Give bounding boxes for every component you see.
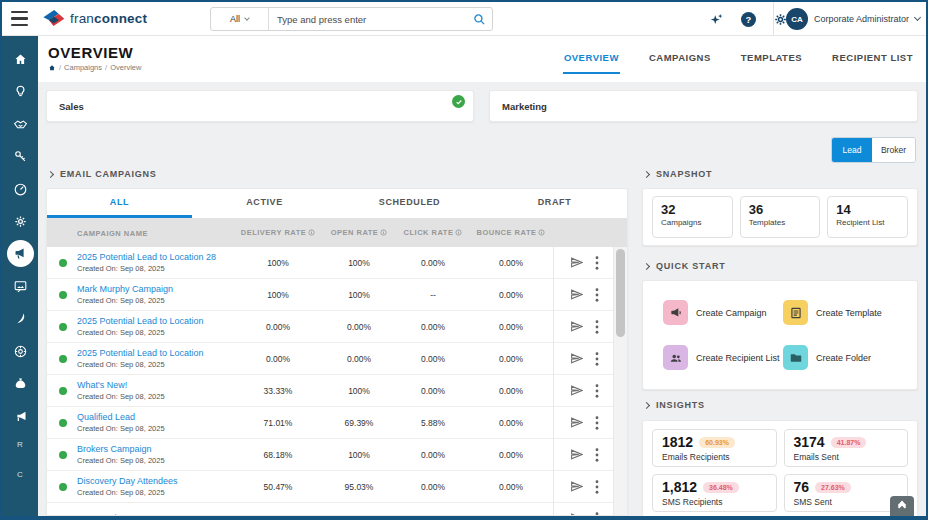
kebab-menu-icon [595, 288, 599, 302]
send-campaign-button[interactable] [570, 384, 583, 397]
send-campaign-button[interactable] [570, 416, 583, 429]
sidebar-item-access[interactable] [5, 142, 35, 172]
bounce-rate-value: 0.00% [469, 418, 553, 428]
row-menu-button[interactable] [595, 288, 599, 302]
stat-value: 36 [749, 202, 812, 217]
status-active-dot [59, 515, 67, 516]
sidebar-item-r[interactable]: R [17, 440, 23, 449]
tab-active[interactable]: ACTIVE [192, 189, 337, 218]
search-button[interactable] [466, 8, 492, 30]
campaign-name-link[interactable]: 2025 Potential Lead to Location [77, 348, 235, 358]
campaign-name-link[interactable]: What's New! [77, 380, 235, 390]
user-menu[interactable]: CA Corporate Administrator [773, 2, 920, 36]
scrollbar-thumb[interactable] [616, 249, 625, 337]
breadcrumb-campaigns[interactable]: Campaigns [64, 63, 102, 72]
campaign-name-link[interactable]: 2025 Potential Lead to Location [77, 316, 235, 326]
stat-badge: 27.63% [815, 482, 851, 493]
status-active-dot [59, 291, 67, 299]
sidebar-item-messages[interactable] [5, 271, 35, 301]
sidebar-item-relationships[interactable] [5, 109, 35, 139]
logo-mark-icon [40, 6, 67, 30]
row-menu-button[interactable] [595, 384, 599, 398]
create-recipient-list-action[interactable]: Create Recipient List [663, 345, 783, 370]
create-campaign-action[interactable]: Create Campaign [663, 300, 783, 325]
sidebar-item-home[interactable] [5, 44, 35, 74]
row-menu-button[interactable] [595, 320, 599, 334]
row-menu-button[interactable] [595, 512, 599, 516]
search-input[interactable] [269, 8, 466, 30]
tab-templates[interactable]: TEMPLATES [740, 36, 803, 74]
ai-sparkle-icon[interactable] [709, 12, 724, 27]
tab-all[interactable]: ALL [47, 189, 192, 218]
stat-value: 32 [661, 202, 724, 217]
info-icon[interactable] [538, 229, 545, 238]
hamburger-menu-icon[interactable] [11, 11, 28, 26]
campaign-created-date: Created On: Sep 08, 2025 [77, 360, 235, 369]
franconnect-logo[interactable]: franconnect [40, 6, 147, 30]
campaign-name-link[interactable]: Qualified Lead [77, 412, 235, 422]
row-menu-button[interactable] [595, 448, 599, 462]
megaphone-icon [13, 246, 28, 261]
send-campaign-button[interactable] [570, 512, 583, 515]
campaign-group-field-sales[interactable]: Sales [46, 90, 474, 122]
tab-draft[interactable]: DRAFT [482, 189, 627, 218]
send-campaign-button[interactable] [570, 448, 583, 461]
click-rate-value: 5.88% [397, 418, 469, 428]
comma-swoosh-icon [13, 311, 28, 326]
send-campaign-button[interactable] [570, 288, 583, 301]
row-menu-button[interactable] [595, 480, 599, 494]
sidebar-item-announcements[interactable] [5, 401, 35, 431]
sidebar-item-performance[interactable] [5, 174, 35, 204]
create-template-action[interactable]: Create Template [783, 300, 903, 325]
row-menu-button[interactable] [595, 416, 599, 430]
send-campaign-button[interactable] [570, 352, 583, 365]
chat-media-icon [13, 279, 28, 294]
create-folder-action[interactable]: Create Folder [783, 345, 903, 370]
search-scope-select[interactable]: All [211, 8, 269, 30]
campaign-name-link[interactable]: Status Driven [77, 513, 235, 516]
chevron-right-icon [643, 401, 650, 408]
sidebar-item-finance[interactable] [5, 369, 35, 399]
send-campaign-button[interactable] [570, 480, 583, 493]
snapshot-section-toggle[interactable]: SNAPSHOT [644, 169, 712, 179]
sidebar-item-admin[interactable] [5, 207, 35, 237]
campaign-name-link[interactable]: Mark Murphy Campaign [77, 284, 235, 294]
home-icon[interactable] [48, 64, 56, 72]
tab-campaigns[interactable]: CAMPAIGNS [648, 36, 712, 74]
campaign-group-field-marketing[interactable]: Marketing [489, 90, 918, 122]
tab-overview[interactable]: OVERVIEW [563, 36, 620, 74]
delivery-rate-value: 100% [235, 258, 321, 268]
campaign-name-link[interactable]: Brokers Campaign [77, 444, 235, 454]
tab-scheduled[interactable]: SCHEDULED [337, 189, 482, 218]
table-row: 2025 Potential Lead to Location Created … [47, 311, 613, 343]
campaign-name-link[interactable]: Discovery Day Attendees [77, 476, 235, 486]
quick-start-section-toggle[interactable]: QUICK START [644, 261, 726, 271]
send-campaign-button[interactable] [570, 256, 583, 269]
snapshot-campaigns[interactable]: 32 Campaigns [652, 196, 733, 238]
tab-recipient-list[interactable]: RECIPIENT LIST [831, 36, 914, 74]
insights-section-toggle[interactable]: INSIGHTS [644, 400, 705, 410]
email-campaigns-section-toggle[interactable]: EMAIL CAMPAIGNS [48, 169, 157, 179]
toggle-lead-button[interactable]: Lead [832, 138, 872, 162]
sidebar-item-global[interactable] [5, 336, 35, 366]
sidebar-item-ideas[interactable] [5, 77, 35, 107]
sidebar-item-swoosh[interactable] [5, 304, 35, 334]
sidebar-item-c[interactable]: C [17, 470, 23, 479]
toggle-broker-button[interactable]: Broker [872, 138, 915, 162]
row-menu-button[interactable] [595, 256, 599, 270]
info-icon[interactable] [380, 229, 387, 238]
open-rate-value: 0.00% [321, 322, 397, 332]
info-icon[interactable] [308, 229, 315, 238]
global-search: All [210, 7, 493, 31]
delivery-rate-value: 100% [235, 290, 321, 300]
snapshot-recipient-list[interactable]: 14 Recipient List [827, 196, 908, 238]
breadcrumb-overview[interactable]: Overview [110, 63, 141, 72]
sidebar-item-campaigns-active[interactable] [7, 240, 34, 267]
info-icon[interactable] [455, 229, 462, 238]
help-icon[interactable]: ? [741, 12, 756, 27]
snapshot-templates[interactable]: 36 Templates [740, 196, 821, 238]
row-menu-button[interactable] [595, 352, 599, 366]
scroll-to-top-button[interactable] [890, 496, 914, 516]
send-campaign-button[interactable] [570, 320, 583, 333]
campaign-name-link[interactable]: 2025 Potential Lead to Location 28 [77, 252, 235, 262]
